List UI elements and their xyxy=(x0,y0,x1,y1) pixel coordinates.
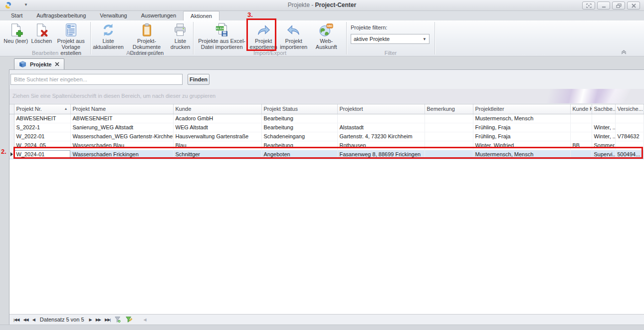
grid-cell[interactable] xyxy=(425,114,473,123)
grid-cell[interactable]: Frühling, Fraja xyxy=(473,123,570,132)
table-row[interactable]: S_2022-1 Sanierung_WEG Altstadt WEG Alts… xyxy=(9,123,644,132)
grid-cell[interactable]: W_2024_05 xyxy=(14,141,70,150)
grid-cell[interactable]: Schadeneingang xyxy=(261,132,337,141)
grid-cell[interactable] xyxy=(570,123,592,132)
column-header-sachbearbeiter[interactable]: Sachbe... xyxy=(592,104,615,114)
nav-last-record-button[interactable]: ▶▶| xyxy=(105,318,110,322)
web-auskunft-button[interactable]: ABC Web-Auskunft xyxy=(308,22,344,50)
close-button[interactable] xyxy=(627,1,640,9)
hscroll-left-arrow[interactable]: ◀ xyxy=(143,318,146,322)
nav-prev-page-button[interactable]: ◀◀ xyxy=(23,318,28,322)
grid-cell[interactable]: Winter, Winfried xyxy=(473,141,570,150)
table-row-selected[interactable]: W_2024-01 Wasserschaden Frickingen Schni… xyxy=(9,150,644,159)
grid-cell[interactable]: Hausverwaltung Gartenstraße xyxy=(173,132,261,141)
tab-projekte[interactable]: Projekte xyxy=(14,58,64,69)
column-header-kunde-k[interactable]: Kunde K... xyxy=(570,104,592,114)
nav-next-page-button[interactable]: ▶▶ xyxy=(96,318,101,322)
grid-cell-focused[interactable]: W_2024-01 xyxy=(14,150,70,159)
grid-cell[interactable]: Acadoro GmbH xyxy=(173,114,261,123)
grid-cell[interactable]: ABWESENHEIT xyxy=(70,114,173,123)
column-header-projektleiter[interactable]: Projektleiter xyxy=(473,104,570,114)
collapse-ribbon-icon[interactable] xyxy=(621,49,627,54)
import-project-button[interactable]: Projekt importieren xyxy=(279,22,309,50)
grid-cell[interactable]: S_2022-1 xyxy=(14,123,70,132)
import-projects-excel-button[interactable]: XLSX Projekte aus Excel-Datei importiere… xyxy=(196,22,248,50)
search-input[interactable] xyxy=(10,74,183,85)
row-indicator-header xyxy=(9,104,14,114)
filter-icon[interactable] xyxy=(114,316,121,323)
group-by-panel[interactable]: Ziehen Sie eine Spaltenüberschrift in di… xyxy=(9,89,644,103)
grid-cell[interactable]: Wasserschaden_WEG Gartenstr-Kirchheim xyxy=(70,132,173,141)
grid-cell[interactable]: ABWESENHEIT xyxy=(14,114,70,123)
table-row[interactable]: W_2024_05 Wasserschaden Blau Blau Bearbe… xyxy=(9,141,644,150)
ribbon-tab-auswertungen[interactable]: Auswertungen xyxy=(134,11,183,20)
column-header-projektort[interactable]: Projektort xyxy=(337,104,425,114)
grid-cell[interactable]: Wasserschaden Blau xyxy=(70,141,173,150)
column-header-projekt-status[interactable]: Projekt Status xyxy=(261,104,337,114)
find-button[interactable]: Finden xyxy=(188,74,210,85)
grid-cell[interactable] xyxy=(337,114,425,123)
grid-cell[interactable]: Supervi... xyxy=(592,150,615,159)
grid-cell[interactable]: Winter, ... xyxy=(592,132,615,141)
ribbon-tab-aktionen[interactable]: Aktionen xyxy=(183,11,219,20)
grid-cell[interactable]: Winter, ... xyxy=(592,123,615,132)
minimize-button[interactable] xyxy=(597,1,610,9)
grid-cell[interactable]: Schnittger xyxy=(173,150,261,159)
grid-cell[interactable]: Gartenstr. 4, 73230 Kirchheim xyxy=(337,132,425,141)
column-header-versicherung[interactable]: Versiche... xyxy=(615,104,644,114)
grid-cell[interactable]: V784632 xyxy=(615,132,644,141)
grid-cell[interactable] xyxy=(425,132,473,141)
grid-cell[interactable]: Rothausen xyxy=(337,141,425,150)
grid-cell[interactable]: Sommer... xyxy=(592,141,615,150)
ribbon-tab-auftragsbearbeitung[interactable]: Auftragsbearbeitung xyxy=(29,11,93,20)
grid-cell[interactable]: Angeboten xyxy=(261,150,337,159)
column-header-bemerkung[interactable]: Bemerkung xyxy=(425,104,473,114)
grid-cell[interactable]: Fasanenweg 8, 88699 Frickingen xyxy=(337,150,425,159)
grid-cell[interactable] xyxy=(570,132,592,141)
grid-cell[interactable] xyxy=(592,114,615,123)
grid-cell[interactable]: WEG Altstadt xyxy=(173,123,261,132)
grid-cell[interactable]: BB xyxy=(570,141,592,150)
grid-cell[interactable] xyxy=(615,123,644,132)
grid-cell[interactable] xyxy=(570,114,592,123)
print-list-button[interactable]: Liste drucken xyxy=(170,22,191,50)
refresh-list-button[interactable]: Liste aktualisieren xyxy=(93,22,124,50)
column-header-projekt-nr[interactable]: Projekt Nr. ▲ xyxy=(14,104,70,114)
grid-cell[interactable]: Blau xyxy=(173,141,261,150)
nav-next-record-button[interactable]: ▶ xyxy=(89,318,92,322)
new-empty-button[interactable]: Neu (leer) xyxy=(2,22,29,44)
grid-cell[interactable]: Bearbeitung xyxy=(261,123,337,132)
export-project-button[interactable]: Projekt exportieren xyxy=(248,22,279,50)
grid-cell[interactable] xyxy=(425,141,473,150)
grid-cell[interactable]: Mustermensch, Mensch xyxy=(473,114,570,123)
grid-cell[interactable] xyxy=(615,141,644,150)
grid-cell[interactable]: Alstastadt xyxy=(337,123,425,132)
grid-cell[interactable]: 500494... xyxy=(615,150,644,159)
grid-cell[interactable] xyxy=(615,114,644,123)
annotation-step-3-label: 3. xyxy=(247,11,253,18)
grid-cell[interactable]: Sanierung_WEG Altstadt xyxy=(70,123,173,132)
delete-button[interactable]: Löschen xyxy=(29,22,53,44)
grid-cell[interactable]: Bearbeitung xyxy=(261,141,337,150)
column-header-projekt-name[interactable]: Projekt Name xyxy=(70,104,173,114)
grid-cell[interactable]: Bearbeitung xyxy=(261,114,337,123)
grid-cell[interactable] xyxy=(425,150,473,159)
restore-button[interactable] xyxy=(612,1,625,9)
project-filter-combobox[interactable]: aktive Projekte ▼ xyxy=(351,34,429,44)
grid-cell[interactable] xyxy=(570,150,592,159)
ribbon-tab-verwaltung[interactable]: Verwaltung xyxy=(93,11,134,20)
table-row[interactable]: ABWESENHEIT ABWESENHEIT Acadoro GmbH Bea… xyxy=(9,114,644,123)
edit-filter-icon[interactable] xyxy=(125,316,132,323)
tab-close-icon[interactable] xyxy=(55,62,59,66)
grid-cell[interactable] xyxy=(425,123,473,132)
grid-cell[interactable]: Wasserschaden Frickingen xyxy=(70,150,173,159)
fit-screen-button[interactable] xyxy=(582,1,595,9)
ribbon-tab-start[interactable]: Start xyxy=(4,11,29,20)
grid-cell[interactable]: Mustermensch, Mensch xyxy=(473,150,570,159)
table-row[interactable]: W_2022-01 Wasserschaden_WEG Gartenstr-Ki… xyxy=(9,132,644,141)
nav-prev-record-button[interactable]: ◀ xyxy=(32,318,35,322)
column-header-kunde[interactable]: Kunde xyxy=(173,104,261,114)
grid-cell[interactable]: Frühling, Fraja xyxy=(473,132,570,141)
grid-cell[interactable]: W_2022-01 xyxy=(14,132,70,141)
nav-first-record-button[interactable]: |◀◀ xyxy=(13,318,19,322)
